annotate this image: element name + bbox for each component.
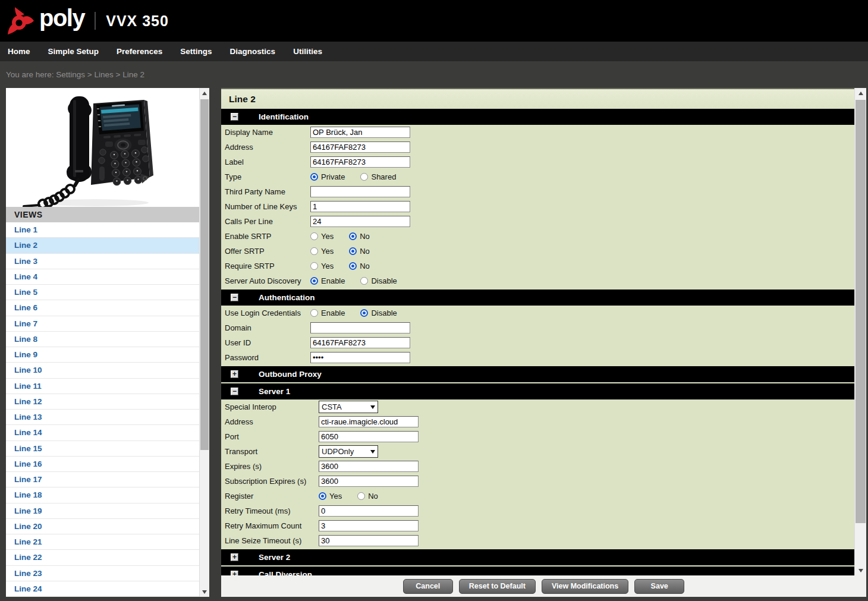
sidebar-item-line-20[interactable]: Line 20: [6, 519, 199, 534]
sidebar-item-line-1[interactable]: Line 1: [6, 222, 199, 238]
retry-maximum-count-input[interactable]: [319, 520, 419, 531]
sidebar-item-line-11[interactable]: Line 11: [6, 379, 199, 394]
special-interop-select[interactable]: CSTA: [319, 401, 378, 413]
sidebar-item-line-7[interactable]: Line 7: [6, 316, 199, 332]
field-retry-timeout-ms: Retry Timeout (ms): [221, 504, 854, 518]
collapse-icon[interactable]: −: [231, 294, 238, 301]
nav-item-preferences[interactable]: Preferences: [117, 47, 162, 56]
subscription-expires-s-input[interactable]: [319, 476, 419, 487]
field-number-of-line-keys: Number of Line Keys: [221, 199, 854, 214]
nav-item-settings[interactable]: Settings: [180, 47, 212, 56]
radio-server-auto-discovery-disable[interactable]: [360, 277, 368, 285]
sidebar-item-line-2[interactable]: Line 2: [6, 238, 199, 253]
field-label: Port: [225, 432, 319, 441]
sidebar-item-line-6[interactable]: Line 6: [6, 300, 199, 316]
port-input[interactable]: [319, 431, 419, 442]
radio-server-auto-discovery-enable[interactable]: [310, 277, 318, 285]
section-server-1-header[interactable]: −Server 1: [221, 383, 854, 399]
sidebar-item-line-15[interactable]: Line 15: [6, 441, 199, 457]
sidebar-item-line-18[interactable]: Line 18: [6, 487, 199, 503]
sidebar-item-line-23[interactable]: Line 23: [6, 566, 199, 581]
radio-use-login-credentials-enable[interactable]: [310, 309, 318, 317]
user-id-input[interactable]: [310, 337, 410, 348]
expand-icon[interactable]: +: [231, 553, 238, 561]
sidebar-item-line-3[interactable]: Line 3: [6, 254, 199, 269]
radio-register-yes[interactable]: [319, 492, 326, 500]
sidebar-item-line-8[interactable]: Line 8: [6, 332, 199, 347]
section-title: Identification: [259, 112, 309, 121]
nav-item-simple-setup[interactable]: Simple Setup: [48, 47, 99, 56]
radio-require-srtp-no[interactable]: [349, 262, 357, 270]
radio-use-login-credentials-disable[interactable]: [360, 309, 368, 317]
scroll-down-icon[interactable]: [855, 565, 866, 575]
radio-type-private[interactable]: [310, 173, 318, 181]
nav-item-diagnostics[interactable]: Diagnostics: [230, 47, 276, 56]
scroll-down-icon[interactable]: [200, 587, 209, 597]
label-input[interactable]: [310, 156, 410, 168]
domain-input[interactable]: [310, 322, 410, 333]
field-label: Offer SRTP: [225, 247, 310, 256]
radio-offer-srtp-yes[interactable]: [310, 247, 318, 255]
radio-require-srtp-yes[interactable]: [310, 262, 318, 270]
scroll-up-icon[interactable]: [200, 88, 209, 98]
line-seize-timeout-s-input[interactable]: [319, 535, 419, 546]
sidebar-item-line-14[interactable]: Line 14: [6, 425, 199, 440]
sidebar-item-line-19[interactable]: Line 19: [6, 504, 199, 519]
section-server-1-body: Special InteropCSTAAddressPortTransportU…: [221, 399, 854, 548]
calls-per-line-input[interactable]: [310, 216, 410, 227]
expires-s-input[interactable]: [319, 461, 419, 472]
sidebar-item-line-17[interactable]: Line 17: [6, 472, 199, 487]
retry-timeout-ms-input[interactable]: [319, 505, 419, 517]
number-of-line-keys-input[interactable]: [310, 201, 410, 212]
radio-label: No: [360, 232, 370, 241]
third-party-name-input[interactable]: [310, 186, 410, 197]
sidebar-scrollbar-thumb[interactable]: [200, 99, 209, 450]
section-call-diversion-header[interactable]: +Call Diversion: [221, 567, 854, 575]
transport-select[interactable]: UDPOnly: [319, 445, 378, 458]
section-title: Call Diversion: [259, 570, 312, 575]
section-authentication-header[interactable]: −Authentication: [221, 290, 854, 306]
sidebar-item-line-21[interactable]: Line 21: [6, 534, 199, 550]
radio-register-no[interactable]: [357, 492, 365, 500]
section-identification-header[interactable]: −Identification: [221, 109, 854, 125]
sidebar-item-line-12[interactable]: Line 12: [6, 394, 199, 410]
scroll-up-icon[interactable]: [855, 88, 866, 98]
display-name-input[interactable]: [310, 127, 410, 138]
sidebar-scrollbar[interactable]: [199, 88, 209, 597]
section-server-2-header[interactable]: +Server 2: [221, 549, 854, 565]
main-nav: HomeSimple SetupPreferencesSettingsDiagn…: [0, 42, 868, 61]
sidebar-item-line-4[interactable]: Line 4: [6, 269, 199, 285]
expand-icon[interactable]: +: [231, 370, 238, 378]
sidebar-item-line-24[interactable]: Line 24: [6, 581, 199, 597]
cancel-button[interactable]: Cancel: [403, 579, 453, 594]
radio-offer-srtp-no[interactable]: [349, 247, 357, 255]
address-input[interactable]: [310, 141, 410, 153]
nav-item-utilities[interactable]: Utilities: [293, 47, 322, 56]
sidebar-item-line-13[interactable]: Line 13: [6, 410, 199, 425]
sidebar-item-line-22[interactable]: Line 22: [6, 550, 199, 565]
sidebar-item-line-16[interactable]: Line 16: [6, 457, 199, 472]
field-label: Calls Per Line: [225, 217, 310, 226]
save-button[interactable]: Save: [634, 579, 684, 594]
radio-type-shared[interactable]: [360, 173, 368, 181]
address-input[interactable]: [319, 416, 419, 427]
radio-enable-srtp-no[interactable]: [349, 232, 357, 240]
collapse-icon[interactable]: −: [231, 113, 238, 121]
radio-enable-srtp-yes[interactable]: [310, 232, 318, 240]
expand-icon[interactable]: +: [231, 571, 238, 575]
sidebar-item-line-5[interactable]: Line 5: [6, 285, 199, 300]
views-list: Line 1Line 2Line 3Line 4Line 5Line 6Line…: [6, 222, 199, 597]
view-modifications-button[interactable]: View Modifications: [542, 579, 628, 594]
password-input[interactable]: [310, 352, 410, 363]
poly-logo-icon: [6, 6, 34, 36]
reset-to-default-button[interactable]: Reset to Default: [459, 579, 536, 594]
collapse-icon[interactable]: −: [231, 388, 238, 395]
main-scrollbar[interactable]: [854, 88, 866, 575]
main-scrollbar-thumb[interactable]: [856, 100, 866, 523]
radio-label: Yes: [321, 247, 334, 256]
field-label: Number of Line Keys: [225, 202, 310, 211]
sidebar-item-line-9[interactable]: Line 9: [6, 347, 199, 363]
sidebar-item-line-10[interactable]: Line 10: [6, 363, 199, 378]
section-outbound-proxy-header[interactable]: +Outbound Proxy: [221, 366, 854, 382]
nav-item-home[interactable]: Home: [8, 47, 30, 56]
